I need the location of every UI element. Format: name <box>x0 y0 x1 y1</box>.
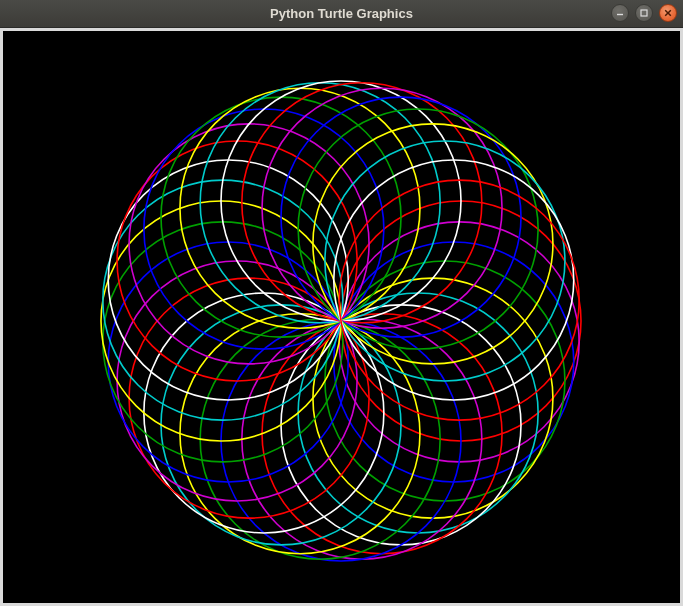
turtle-canvas <box>3 31 680 603</box>
close-icon <box>663 8 673 18</box>
spirograph-drawing <box>3 31 680 603</box>
minimize-button[interactable] <box>611 4 629 22</box>
close-button[interactable] <box>659 4 677 22</box>
window-controls <box>611 4 677 22</box>
canvas-frame <box>0 28 683 606</box>
maximize-icon <box>639 8 649 18</box>
maximize-button[interactable] <box>635 4 653 22</box>
svg-rect-1 <box>641 10 647 16</box>
titlebar: Python Turtle Graphics <box>0 0 683 28</box>
minimize-icon <box>615 8 625 18</box>
window-title: Python Turtle Graphics <box>0 6 683 21</box>
